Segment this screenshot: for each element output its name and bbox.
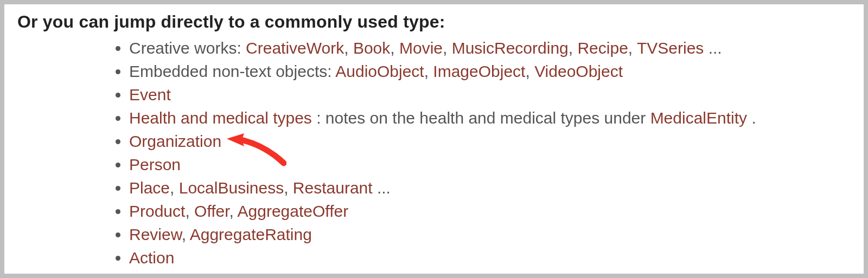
link-person[interactable]: Person (129, 156, 181, 173)
link-tvseries[interactable]: TVSeries (637, 39, 704, 57)
item-prefix: Creative works: (129, 39, 246, 57)
link-product[interactable]: Product (129, 202, 185, 220)
item-suffix: . (751, 109, 756, 127)
link-place[interactable]: Place (129, 179, 170, 197)
link-event[interactable]: Event (129, 86, 171, 104)
link-videoobject[interactable]: VideoObject (534, 62, 623, 80)
link-audioobject[interactable]: AudioObject (335, 62, 424, 80)
link-localbusiness[interactable]: LocalBusiness (179, 179, 284, 197)
link-action[interactable]: Action (129, 249, 174, 267)
link-creativework[interactable]: CreativeWork (246, 39, 344, 57)
item-suffix: ... (377, 179, 391, 197)
link-offer[interactable]: Offer (194, 202, 229, 220)
section-heading: Or you can jump directly to a commonly u… (17, 12, 864, 32)
link-medicalentity[interactable]: MedicalEntity (650, 109, 747, 127)
list-item: Health and medical types : notes on the … (129, 106, 864, 130)
item-mid: : notes on the health and medical types … (316, 109, 650, 127)
link-review[interactable]: Review (129, 225, 182, 243)
link-movie[interactable]: Movie (399, 39, 443, 57)
link-restaurant[interactable]: Restaurant (293, 179, 373, 197)
list-item: Action (129, 246, 864, 269)
list-item: Event (129, 83, 864, 106)
item-suffix: ... (709, 39, 722, 57)
list-item: Review, AggregateRating (129, 223, 864, 246)
list-item: Embedded non-text objects: AudioObject, … (129, 60, 864, 83)
content-panel: Or you can jump directly to a commonly u… (0, 0, 868, 278)
item-prefix: Embedded non-text objects: (129, 62, 335, 80)
list-item: Organization (129, 130, 864, 153)
link-aggregateoffer[interactable]: AggregateOffer (238, 202, 349, 220)
type-list: Creative works: CreativeWork, Book, Movi… (107, 36, 864, 269)
link-book[interactable]: Book (353, 39, 390, 57)
list-item: Place, LocalBusiness, Restaurant ... (129, 176, 864, 199)
list-item: Product, Offer, AggregateOffer (129, 199, 864, 223)
link-musicrecording[interactable]: MusicRecording (452, 39, 569, 57)
list-item: Creative works: CreativeWork, Book, Movi… (129, 36, 864, 60)
link-organization[interactable]: Organization (129, 132, 221, 150)
link-recipe[interactable]: Recipe (577, 39, 628, 57)
link-health-and-medical-types[interactable]: Health and medical types (129, 109, 312, 127)
link-aggregaterating[interactable]: AggregateRating (190, 225, 312, 243)
link-imageobject[interactable]: ImageObject (433, 62, 525, 80)
list-item: Person (129, 153, 864, 176)
